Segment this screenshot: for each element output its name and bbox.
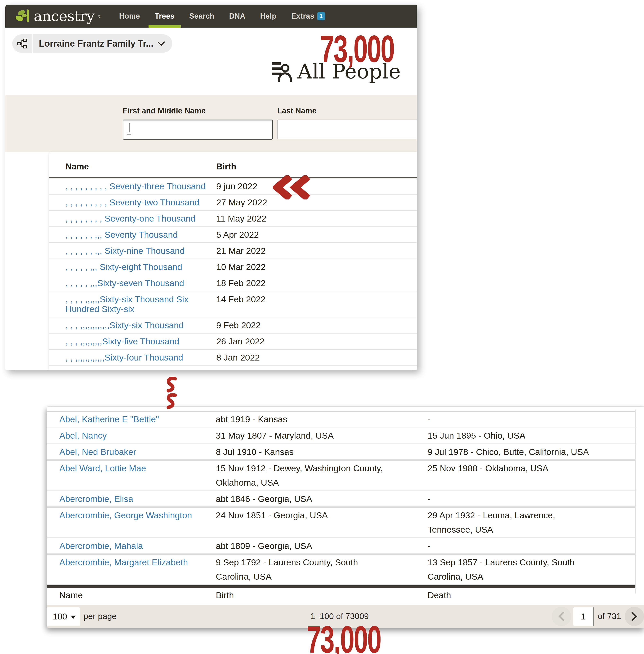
person-link[interactable]: , , , ,,,,,,,,,,,,Sixty-six Thousand [66, 320, 216, 330]
ancestry-leaf-icon [15, 9, 30, 24]
birth-cell: 9 Sep 1792 - Laurens County, South Carol… [216, 555, 428, 584]
person-link[interactable]: , , ,,,,,,,,,,Sixty-three Thousand [66, 369, 216, 370]
birth-cell: 24 Nov 1851 - Georgia, USA [216, 508, 428, 523]
top-table-rows: , , , , , , , , , Seventy-three Thousand… [49, 178, 417, 370]
select-caret-icon [71, 615, 76, 619]
death-cell: 13 Sep 1857 - Laurens County, South Caro… [428, 555, 635, 584]
extras-badge: 1 [317, 12, 325, 20]
death-cell: - [428, 412, 635, 426]
person-link[interactable]: Abercrombie, Margaret Elizabeth [59, 555, 216, 570]
per-page-select[interactable]: 100 [47, 607, 80, 626]
tree-selector[interactable]: Lorraine Frantz Family Tr... [12, 34, 172, 53]
birth-cell: abt 1809 - Georgia, USA [216, 539, 428, 553]
person-link[interactable]: Abel, Nancy [59, 428, 216, 443]
table-row: , , , , , ,,,Sixty-seven Thousand18 Feb … [49, 275, 417, 291]
per-page-label: per page [84, 605, 117, 628]
person-link[interactable]: , , ,,,,,,,,,,,,Sixty-four Thousand [66, 353, 216, 362]
bottom-table: Abel, Katherine E "Bettie"abt 1919 - Kan… [47, 407, 635, 603]
table-row: Abel, Katherine E "Bettie"abt 1919 - Kan… [47, 412, 635, 428]
birth-cell: 21 Mar 2022 [216, 246, 266, 256]
table-row: Abercrombie, Elisaabt 1846 - Georgia, US… [47, 491, 635, 508]
column-header-name: Name [59, 588, 216, 603]
table-row: , , , , ,,,,,,Sixty-six Thousand Six Hun… [49, 291, 417, 317]
total-pages-label: of 731 [598, 605, 621, 628]
page-number-input[interactable]: 1 [573, 607, 594, 626]
person-link[interactable]: , , , ,,,,,,,,,Sixty-five Thousand [66, 336, 216, 346]
person-link[interactable]: Abel, Ned Brubaker [59, 445, 216, 459]
bottom-table-rows: Abel, Katherine E "Bettie"abt 1919 - Kan… [47, 412, 635, 585]
person-link[interactable]: , , , , , ,,,Sixty-seven Thousand [66, 278, 216, 288]
person-link[interactable]: Abel Ward, Lottie Mae [59, 461, 216, 476]
person-link[interactable]: , , , , , ,,, Sixty-eight Thousand [66, 262, 216, 272]
birth-cell: 15 Nov 1912 - Dewey, Washington County, … [216, 461, 428, 490]
nav-item-label: Search [189, 12, 214, 20]
nav-item-search[interactable]: Search [182, 5, 222, 28]
table-row: Abercrombie, Margaret Elizabeth9 Sep 179… [47, 555, 635, 585]
birth-cell: 26 Jan 2022 [216, 336, 265, 346]
person-link[interactable]: , , , , , , , , , Seventy-three Thousand [66, 181, 216, 191]
tree-name-label: Lorraine Frantz Family Tr... [33, 39, 157, 49]
person-link[interactable]: , , , , ,,,,,,Sixty-six Thousand Six Hun… [66, 294, 216, 314]
first-name-input[interactable] [123, 120, 273, 140]
column-header-birth: Birth [216, 588, 428, 603]
nav-menu: HomeTreesSearchDNAHelpExtras1 [112, 5, 332, 28]
birth-cell: 19 Dec 2021 [216, 369, 266, 370]
nav-item-help[interactable]: Help [253, 5, 284, 28]
nav-item-label: Trees [155, 12, 175, 20]
header-rule [49, 177, 417, 178]
table-right-border [635, 410, 636, 594]
death-cell: 29 Apr 1932 - Leoma, Lawrence, Tennessee… [428, 508, 635, 537]
death-cell: 15 Jun 1895 - Ohio, USA [428, 428, 635, 443]
birth-cell: 10 Mar 2022 [216, 262, 266, 272]
table-row: Abercrombie, George Washington24 Nov 185… [47, 508, 635, 538]
last-name-label: Last Name [277, 106, 317, 115]
table-header: Name Birth [49, 152, 417, 172]
first-name-label: First and Middle Name [123, 106, 206, 115]
column-header-birth: Birth [216, 162, 236, 172]
table-row: , , ,,,,,,,,,,Sixty-three Thousand19 Dec… [49, 366, 417, 370]
person-link[interactable]: Abel, Katherine E "Bettie" [59, 412, 216, 426]
last-name-input[interactable] [277, 120, 417, 139]
nav-item-extras[interactable]: Extras1 [284, 5, 332, 28]
brand-wordmark: ancestry [34, 9, 94, 23]
person-link[interactable]: Abercrombie, Elisa [59, 492, 216, 506]
ancestry-logo[interactable]: ancestry ® [15, 9, 101, 24]
person-link[interactable]: Abercrombie, Mahala [59, 539, 216, 553]
table-row: , , , , , , ,,, Seventy Thousand5 Apr 20… [49, 227, 417, 243]
nav-item-label: Extras [291, 12, 314, 20]
table-row: , , , , , , , , , Seventy-two Thousand27… [49, 195, 417, 211]
nav-item-dna[interactable]: DNA [222, 5, 253, 28]
table-row: Abercrombie, Mahalaabt 1809 - Georgia, U… [47, 538, 635, 555]
person-link[interactable]: , , , , , , ,,, Sixty-nine Thousand [66, 246, 216, 256]
birth-cell: 8 Jul 1910 - Kansas [216, 445, 428, 459]
nav-item-label: Help [260, 12, 276, 20]
per-page-value: 100 [53, 612, 67, 622]
person-link[interactable]: , , , , , , , , , Seventy-two Thousand [66, 197, 216, 207]
column-header-name: Name [66, 162, 216, 172]
nav-item-home[interactable]: Home [112, 5, 147, 28]
nav-item-label: Home [119, 12, 140, 20]
table-row: , , , , , , , , , Seventy-three Thousand… [49, 178, 417, 195]
table-row: Abel, Ned Brubaker8 Jul 1910 - Kansas9 J… [47, 444, 635, 461]
person-link[interactable]: Abercrombie, George Washington [59, 508, 216, 523]
birth-cell: 5 Apr 2022 [216, 230, 259, 240]
birth-cell: 18 Feb 2022 [216, 278, 266, 288]
next-page-button[interactable] [625, 607, 644, 626]
nav-item-label: DNA [229, 12, 246, 20]
table-row: , , , , , ,,, Sixty-eight Thousand10 Mar… [49, 259, 417, 275]
birth-cell: 11 May 2022 [216, 214, 266, 223]
table-row: , , , ,,,,,,,,,Sixty-five Thousand26 Jan… [49, 334, 417, 350]
birth-cell: 9 Feb 2022 [216, 320, 261, 330]
birth-cell: abt 1919 - Kansas [216, 412, 428, 426]
text-caret-foot [127, 134, 131, 135]
results-table-card: Name Birth , , , , , , , , , Seventy-thr… [49, 152, 417, 370]
death-cell: - [428, 492, 635, 506]
table-row: , , , ,,,,,,,,,,,,Sixty-six Thousand9 Fe… [49, 317, 417, 334]
table-row: Abel, Nancy31 May 1807 - Maryland, USA15… [47, 428, 635, 444]
annotation-arrows-icon [273, 175, 310, 200]
person-link[interactable]: , , , , , , ,,, Seventy Thousand [66, 230, 216, 240]
person-link[interactable]: , , , , , , , , Seventy-one Thousand [66, 214, 216, 223]
nav-item-trees[interactable]: Trees [147, 5, 182, 28]
table-row: Abel Ward, Lottie Mae15 Nov 1912 - Dewey… [47, 461, 635, 491]
previous-page-button[interactable] [552, 607, 571, 626]
